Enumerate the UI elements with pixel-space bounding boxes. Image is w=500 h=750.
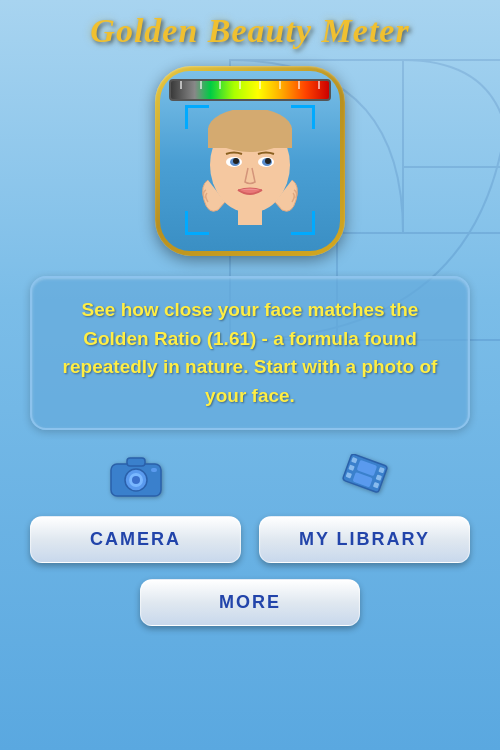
tick	[318, 81, 320, 89]
app-title: Golden Beauty Meter	[90, 12, 409, 50]
svg-rect-20	[151, 468, 157, 472]
library-group: MY LIBRARY	[259, 454, 470, 563]
corner-bracket-tr	[291, 105, 315, 129]
tick	[180, 81, 182, 89]
camera-group: CAMERA	[30, 454, 241, 563]
svg-point-18	[132, 476, 140, 484]
svg-rect-19	[127, 458, 145, 466]
tick	[259, 81, 261, 89]
tick	[279, 81, 281, 89]
svg-rect-7	[208, 128, 292, 148]
svg-point-14	[265, 158, 271, 164]
camera-button[interactable]: CAMERA	[30, 516, 241, 563]
description-text: See how close your face matches the Gold…	[54, 296, 446, 410]
tick	[219, 81, 221, 89]
app-icon-container	[155, 66, 345, 256]
camera-icon	[109, 454, 163, 508]
face-photo	[185, 105, 315, 235]
corner-bracket-br	[291, 211, 315, 235]
film-svg-icon	[337, 454, 391, 498]
more-button[interactable]: MORE	[140, 579, 360, 626]
corner-bracket-bl	[185, 211, 209, 235]
svg-point-13	[233, 158, 239, 164]
tick	[239, 81, 241, 89]
corner-bracket-tl	[185, 105, 209, 129]
beauty-meter-bar	[169, 79, 331, 101]
action-buttons-row: CAMERA	[30, 454, 470, 563]
camera-svg-icon	[109, 454, 163, 498]
description-box: See how close your face matches the Gold…	[30, 276, 470, 430]
more-row: MORE	[30, 579, 470, 626]
tick	[200, 81, 202, 89]
tick	[298, 81, 300, 89]
library-button[interactable]: MY LIBRARY	[259, 516, 470, 563]
film-reel-icon	[337, 454, 391, 508]
svg-rect-8	[238, 207, 262, 225]
